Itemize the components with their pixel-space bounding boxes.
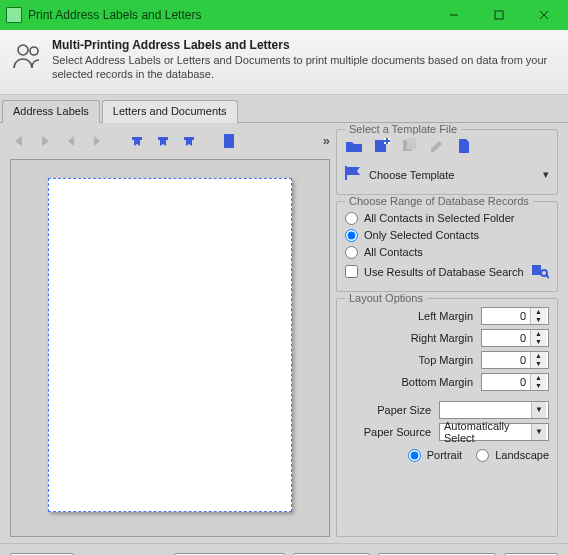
range-legend: Choose Range of Database Records [345, 195, 533, 207]
minimize-button[interactable] [431, 0, 476, 30]
left-margin-input[interactable]: ▲▼ [481, 307, 549, 325]
radio-portrait-label: Portrait [427, 449, 462, 461]
svg-rect-10 [407, 138, 416, 149]
svg-rect-12 [532, 265, 541, 275]
app-icon [6, 7, 22, 23]
open-folder-icon[interactable] [345, 138, 363, 156]
paper-size-label: Paper Size [345, 404, 435, 416]
radio-landscape-label: Landscape [495, 449, 549, 461]
tab-letters-documents[interactable]: Letters and Documents [102, 100, 238, 123]
left-margin-label: Left Margin [345, 310, 477, 322]
template-flag-icon [345, 166, 363, 184]
top-margin-input[interactable]: ▲▼ [481, 351, 549, 369]
right-margin-input[interactable]: ▲▼ [481, 329, 549, 347]
preview-page [48, 178, 292, 512]
check-search-results[interactable] [345, 265, 358, 278]
nav-next-icon[interactable] [88, 132, 106, 150]
svg-line-14 [546, 275, 549, 278]
close-window-button[interactable] [521, 0, 566, 30]
radio-portrait[interactable] [408, 449, 421, 462]
edit-icon[interactable] [429, 138, 447, 156]
template-icon-1[interactable] [128, 132, 146, 150]
template-legend: Select a Template File [345, 123, 461, 135]
preview-panel [10, 159, 330, 537]
duplicate-icon[interactable] [401, 138, 419, 156]
radio-selected[interactable] [345, 229, 358, 242]
layout-legend: Layout Options [345, 292, 427, 304]
page-icon[interactable] [220, 132, 238, 150]
choose-template-dropdown[interactable]: Choose Template ▾ [345, 164, 549, 186]
check-search-label: Use Results of Database Search [364, 266, 524, 278]
maximize-button[interactable] [476, 0, 521, 30]
svg-point-5 [30, 47, 38, 55]
radio-all-label: All Contacts [364, 246, 423, 258]
header-desc: Select Address Labels or Letters and Doc… [52, 54, 556, 82]
nav-last-icon[interactable] [36, 132, 54, 150]
paper-size-select[interactable]: ▼ [439, 401, 549, 419]
header-title: Multi-Printing Address Labels and Letter… [52, 38, 556, 52]
radio-folder-label: All Contacts in Selected Folder [364, 212, 514, 224]
paper-source-select[interactable]: Automatically Select▼ [439, 423, 549, 441]
bottom-margin-input[interactable]: ▲▼ [481, 373, 549, 391]
svg-rect-1 [495, 11, 503, 19]
people-icon [12, 40, 44, 72]
nav-prev-icon[interactable] [62, 132, 80, 150]
radio-all[interactable] [345, 246, 358, 259]
radio-selected-label: Only Selected Contacts [364, 229, 479, 241]
radio-landscape[interactable] [476, 449, 489, 462]
tab-address-labels[interactable]: Address Labels [2, 100, 100, 123]
template-icon-3[interactable] [180, 132, 198, 150]
window-title: Print Address Labels and Letters [28, 8, 201, 22]
choose-template-label: Choose Template [369, 169, 454, 181]
nav-first-icon[interactable] [10, 132, 28, 150]
radio-folder[interactable] [345, 212, 358, 225]
search-db-icon[interactable] [531, 263, 549, 281]
new-template-icon[interactable] [373, 138, 391, 156]
svg-rect-6 [224, 134, 234, 148]
paper-source-label: Paper Source [345, 426, 435, 438]
template-icon-2[interactable] [154, 132, 172, 150]
svg-rect-11 [345, 166, 347, 180]
overflow-chevron-icon[interactable]: » [323, 133, 330, 148]
right-margin-label: Right Margin [345, 332, 477, 344]
document-icon[interactable] [457, 138, 475, 156]
svg-point-4 [18, 45, 28, 55]
chevron-down-icon: ▾ [543, 168, 549, 181]
bottom-margin-label: Bottom Margin [345, 376, 477, 388]
top-margin-label: Top Margin [345, 354, 477, 366]
